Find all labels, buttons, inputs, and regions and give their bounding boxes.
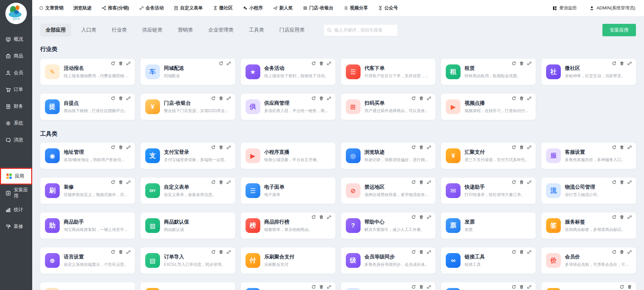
refresh-icon[interactable]	[411, 285, 416, 289]
link-icon[interactable]	[126, 61, 131, 66]
app-card-scan-pay[interactable]: ⊞扫码买单用户通过插件选择商品，可以直接...	[341, 94, 436, 120]
app-card-leshua-pay[interactable]: 付乐刷聚合支付乐刷聚合支付	[241, 247, 335, 274]
tab-marketing[interactable]: 营销类	[172, 23, 198, 37]
tab-entry[interactable]: 入口类	[76, 23, 102, 37]
uninstall-icon[interactable]	[620, 180, 624, 185]
app-card-statistics[interactable]: ▥统计	[441, 282, 536, 290]
refresh-icon[interactable]	[512, 250, 516, 254]
topnav-item-article-marketing[interactable]: 文章营销	[39, 5, 63, 11]
refresh-icon[interactable]	[411, 250, 416, 254]
link-icon[interactable]	[527, 250, 532, 254]
uninstall-icon[interactable]	[620, 215, 624, 220]
link-icon[interactable]	[226, 96, 231, 101]
topnav-item-custom-form[interactable]: 自定义表单	[174, 5, 203, 11]
link-icon[interactable]	[126, 96, 131, 101]
app-card-member-level-sync[interactable]: 级会员等级同步多角色身份等级同步，会员成长体...	[341, 247, 436, 274]
refresh-icon[interactable]	[211, 180, 216, 185]
sidebar-item-decorate[interactable]: 装修	[0, 218, 32, 235]
topnav-item-tuike-distribution[interactable]: 推客(分销)	[102, 5, 129, 11]
app-card-conference[interactable]: ★会务活动线上报名线下签到，链接线下活动。	[241, 59, 335, 85]
sidebar-item-member[interactable]: 会员	[0, 64, 32, 81]
app-card-address-mgmt[interactable]: ◉地址管理添加/修改地址，协助用户更改信...	[40, 143, 135, 169]
topnav-item-mini-program[interactable]: 小程序	[243, 5, 263, 11]
link-icon[interactable]	[327, 285, 331, 289]
uninstall-icon[interactable]	[419, 180, 424, 185]
app-card-goods-default[interactable]: ▥商品默认值商品默认值	[141, 212, 235, 239]
refresh-icon[interactable]	[512, 96, 516, 101]
uninstall-icon[interactable]	[519, 145, 524, 150]
refresh-icon[interactable]	[512, 180, 516, 185]
refresh-icon[interactable]	[612, 215, 616, 220]
refresh-icon[interactable]	[211, 145, 216, 150]
uninstall-icon[interactable]	[319, 61, 324, 66]
sidebar-item-system[interactable]: 系统	[0, 115, 32, 132]
refresh-icon[interactable]	[311, 96, 316, 101]
app-card-pickup-point[interactable]: 提自提点商品线下核销，打造社区团购平台。	[40, 94, 135, 120]
link-icon[interactable]	[427, 285, 431, 289]
uninstall-icon[interactable]	[319, 215, 324, 220]
link-icon[interactable]	[527, 61, 532, 66]
app-card-express-helper[interactable]: ✉快递助手打印快递单，轻松管理大量订单。	[441, 178, 536, 204]
uninstall-icon[interactable]	[118, 250, 123, 254]
uninstall-icon[interactable]	[219, 145, 223, 150]
link-icon[interactable]	[327, 96, 331, 101]
refresh-icon[interactable]	[111, 96, 115, 101]
uninstall-icon[interactable]	[620, 61, 624, 66]
link-icon[interactable]	[226, 180, 231, 185]
sidebar-item-install-app[interactable]: 安装应用	[0, 185, 32, 201]
app-card-city-delivery[interactable]: 车同城配送同城配送	[141, 59, 235, 85]
refresh-icon[interactable]	[111, 61, 115, 66]
link-icon[interactable]	[527, 180, 532, 185]
uninstall-icon[interactable]	[219, 96, 223, 101]
link-icon[interactable]	[327, 215, 331, 220]
refresh-icon[interactable]	[612, 145, 616, 150]
app-card-pay-mgmt[interactable]: ¥支付管理	[141, 282, 235, 290]
sidebar-item-order[interactable]: 订单	[0, 81, 32, 98]
app-card-rental[interactable]: 租租赁特殊商品租用，租期租金优惠。	[441, 59, 536, 85]
uninstall-icon[interactable]	[519, 180, 524, 185]
app-card-alipay-login[interactable]: 支支付宝登录支付宝端登录切换，多端统一运营。	[141, 143, 235, 169]
link-icon[interactable]	[627, 145, 632, 150]
topbar-admin-user[interactable]: ADMIN(系统管理员)	[589, 5, 635, 11]
refresh-icon[interactable]	[211, 96, 216, 101]
refresh-icon[interactable]	[411, 145, 416, 150]
uninstall-icon[interactable]	[319, 285, 324, 289]
app-card-member-price[interactable]: 价会员价多等级会员制，可查看会员价，引...	[541, 247, 636, 274]
app-card-shop-helper[interactable]: 店店铺助手	[341, 282, 436, 290]
tab-industry[interactable]: 行业类	[106, 23, 132, 37]
tab-tools[interactable]: 工具类	[244, 23, 269, 37]
app-card-activity-signup[interactable]: ✎活动报名线上报名缴纳费用，付费金额营销...	[40, 59, 135, 85]
uninstall-icon[interactable]	[118, 180, 123, 185]
topbar-site-name[interactable]: 爱游盐田	[552, 5, 577, 11]
link-icon[interactable]	[226, 61, 231, 66]
refresh-icon[interactable]	[311, 215, 316, 220]
sidebar-item-overview[interactable]: 概况	[0, 31, 32, 48]
refresh-icon[interactable]	[411, 96, 416, 101]
refresh-icon[interactable]	[411, 180, 416, 185]
tab-enterprise[interactable]: 企业管理类	[203, 23, 239, 37]
app-card-store-cashier[interactable]: ¥门店-收银台整合线下门店资源，实现O2O异业...	[141, 94, 235, 120]
refresh-icon[interactable]	[111, 145, 115, 150]
uninstall-icon[interactable]	[419, 215, 424, 220]
uninstall-icon[interactable]	[519, 61, 524, 66]
sidebar-item-message[interactable]: 消息	[0, 132, 32, 148]
uninstall-icon[interactable]	[419, 145, 424, 150]
link-icon[interactable]	[627, 215, 632, 220]
app-card-service-tag[interactable]: 签服务标签添加商品标签，多维度商品标记。	[541, 212, 636, 239]
link-icon[interactable]	[527, 96, 532, 101]
refresh-icon[interactable]	[612, 180, 616, 185]
topnav-item-newcomer-award[interactable]: 新人奖	[273, 5, 293, 11]
app-card-link-tool[interactable]: ∞链接工具链接工具	[441, 247, 536, 274]
app-card-proxy-order[interactable]: ☰代客下单代替客户在后台下单，支持自营，...	[341, 59, 436, 85]
link-icon[interactable]	[527, 285, 532, 289]
app-card-short-link[interactable]: 短短链接生成	[541, 282, 636, 290]
refresh-icon[interactable]	[612, 61, 616, 66]
link-icon[interactable]	[427, 180, 431, 185]
uninstall-icon[interactable]	[519, 96, 524, 101]
uninstall-icon[interactable]	[627, 285, 632, 289]
topnav-item-official-account[interactable]: 公众号	[378, 5, 398, 11]
refresh-icon[interactable]	[620, 285, 624, 289]
app-card-invoice[interactable]: 票发票发票	[441, 212, 536, 239]
app-card-miniapp-live[interactable]: ▶小程序直播链接公域流量，平台自主开播。	[241, 143, 335, 169]
link-icon[interactable]	[427, 145, 431, 150]
